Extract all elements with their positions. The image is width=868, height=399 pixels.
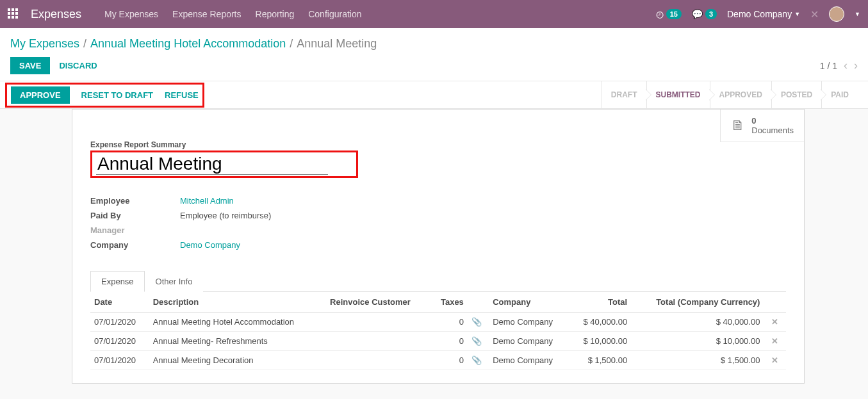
user-avatar[interactable] <box>829 6 844 22</box>
cell-attach-count: 0 <box>431 313 468 332</box>
cell-description: Annual Meeting- Refreshments <box>149 332 326 351</box>
cell-total: $ 10,000.00 <box>569 332 631 351</box>
col-date[interactable]: Date <box>90 292 149 313</box>
action-bar: APPROVE RESET TO DRAFT REFUSE DRAFT SUBM… <box>0 81 868 109</box>
status-posted[interactable]: POSTED <box>771 81 821 108</box>
cell-total-cc: $ 10,000.00 <box>631 332 764 351</box>
cell-company: Demo Company <box>489 351 569 370</box>
paperclip-icon: 📎 <box>471 317 482 327</box>
breadcrumb-parent[interactable]: Annual Meeting Hotel Accommodation <box>90 37 286 51</box>
menu-my-expenses[interactable]: My Expenses <box>104 9 158 19</box>
breadcrumb-root[interactable]: My Expenses <box>10 37 79 51</box>
cell-attach-count: 0 <box>431 332 468 351</box>
activity-button[interactable]: ◴ 15 <box>656 9 682 19</box>
cell-date: 07/01/2020 <box>90 332 149 351</box>
cell-total-cc: $ 40,000.00 <box>631 313 764 332</box>
delete-row-icon: ✕ <box>767 336 778 346</box>
cell-description: Annual Meeting Hotel Accommodation <box>149 313 326 332</box>
table-row[interactable]: 07/01/2020Annual Meeting- Refreshments0📎… <box>90 332 786 351</box>
cell-attach-icon[interactable]: 📎 <box>468 351 489 370</box>
col-reinvoice[interactable]: Reinvoice Customer <box>326 292 431 313</box>
documents-button[interactable]: 🗎 0 Documents <box>720 110 804 142</box>
status-submitted[interactable]: SUBMITTED <box>646 81 710 108</box>
caret-down-icon: ▼ <box>794 11 800 17</box>
tab-expense[interactable]: Expense <box>90 271 145 292</box>
company-name: Demo Company <box>727 9 792 19</box>
col-taxes[interactable]: Taxes <box>431 292 468 313</box>
col-company[interactable]: Company <box>489 292 569 313</box>
cell-company: Demo Company <box>489 332 569 351</box>
tabs: Expense Other Info <box>90 270 786 292</box>
delete-row-icon: ✕ <box>767 355 778 365</box>
cell-total: $ 1,500.00 <box>569 351 631 370</box>
pager-prev[interactable]: ‹ <box>844 59 848 72</box>
company-value[interactable]: Demo Company <box>180 240 449 250</box>
table-row[interactable]: 07/01/2020Annual Meeting Hotel Accommoda… <box>90 313 786 332</box>
documents-label: Documents <box>751 126 794 135</box>
form-fields: Employee Mitchell Admin Paid By Employee… <box>90 196 786 250</box>
menu-reporting[interactable]: Reporting <box>256 9 295 19</box>
cell-attach-icon[interactable]: 📎 <box>468 332 489 351</box>
cell-company: Demo Company <box>489 313 569 332</box>
user-caret-icon: ▼ <box>855 11 860 17</box>
breadcrumb-current: Annual Meeting <box>297 37 377 51</box>
table-row[interactable]: 07/01/2020Annual Meeting Decoration0📎Dem… <box>90 351 786 370</box>
form-sheet: 🗎 0 Documents Expense Report Summary Emp… <box>72 109 805 384</box>
documents-count: 0 <box>751 116 794 126</box>
pager-text: 1 / 1 <box>820 61 837 71</box>
cell-date: 07/01/2020 <box>90 313 149 332</box>
cell-description: Annual Meeting Decoration <box>149 351 326 370</box>
col-total[interactable]: Total <box>569 292 631 313</box>
chat-icon: 💬 <box>692 9 703 19</box>
highlight-title <box>90 151 358 178</box>
paid-by-value: Employee (to reimburse) <box>180 211 449 220</box>
cell-total-cc: $ 1,500.00 <box>631 351 764 370</box>
clock-icon: ◴ <box>656 9 664 19</box>
cell-date: 07/01/2020 <box>90 351 149 370</box>
messaging-button[interactable]: 💬 3 <box>692 9 717 19</box>
cell-total: $ 40,000.00 <box>569 313 631 332</box>
save-button[interactable]: SAVE <box>10 57 50 74</box>
status-bar: DRAFT SUBMITTED APPROVED POSTED PAID <box>602 81 858 108</box>
app-brand: Expenses <box>31 8 81 21</box>
col-actions <box>764 292 786 313</box>
cell-delete[interactable]: ✕ <box>764 313 786 332</box>
reset-to-draft-button[interactable]: RESET TO DRAFT <box>81 90 153 100</box>
cell-delete[interactable]: ✕ <box>764 332 786 351</box>
edit-controls: SAVE DISCARD 1 / 1 ‹ › <box>0 53 868 81</box>
summary-input[interactable] <box>96 154 328 175</box>
menu-configuration[interactable]: Configuration <box>308 9 361 19</box>
summary-label: Expense Report Summary <box>90 140 786 149</box>
status-paid[interactable]: PAID <box>821 81 858 108</box>
cell-delete[interactable]: ✕ <box>764 351 786 370</box>
cell-reinvoice <box>326 313 431 332</box>
top-nav: Expenses My Expenses Expense Reports Rep… <box>0 0 868 28</box>
manager-label: Manager <box>90 225 180 235</box>
employee-value[interactable]: Mitchell Admin <box>180 196 449 206</box>
status-approved[interactable]: APPROVED <box>710 81 771 108</box>
cell-attach-icon[interactable]: 📎 <box>468 313 489 332</box>
cell-reinvoice <box>326 351 431 370</box>
activity-count: 15 <box>666 9 682 19</box>
delete-row-icon: ✕ <box>767 317 778 327</box>
tab-other-info[interactable]: Other Info <box>145 271 204 292</box>
breadcrumb: My Expenses / Annual Meeting Hotel Accom… <box>0 28 868 53</box>
apps-icon[interactable] <box>8 8 19 20</box>
approve-button[interactable]: APPROVE <box>11 86 70 104</box>
pager-next[interactable]: › <box>854 59 858 72</box>
employee-label: Employee <box>90 196 180 206</box>
document-icon: 🗎 <box>731 117 745 134</box>
expense-lines-table: Date Description Reinvoice Customer Taxe… <box>90 292 786 370</box>
refuse-button[interactable]: REFUSE <box>165 90 199 100</box>
cell-attach-count: 0 <box>431 351 468 370</box>
debug-icon[interactable]: ✕ <box>810 8 819 20</box>
cell-reinvoice <box>326 332 431 351</box>
col-att <box>468 292 489 313</box>
discard-button[interactable]: DISCARD <box>59 61 97 70</box>
status-draft[interactable]: DRAFT <box>602 81 646 108</box>
pager: 1 / 1 ‹ › <box>820 59 858 72</box>
col-description[interactable]: Description <box>149 292 326 313</box>
menu-expense-reports[interactable]: Expense Reports <box>172 9 241 19</box>
col-total-cc[interactable]: Total (Company Currency) <box>631 292 764 313</box>
company-switcher[interactable]: Demo Company ▼ <box>727 9 800 19</box>
